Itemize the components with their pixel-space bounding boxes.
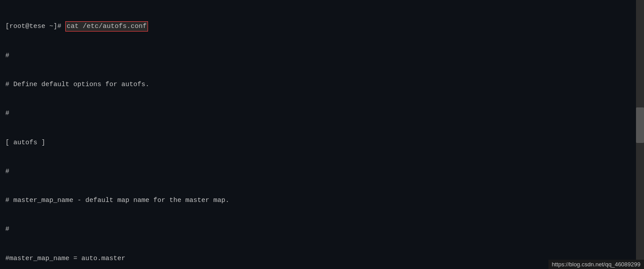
line-7: # — [5, 225, 631, 234]
line-6: # master_map_name - default map name for… — [5, 196, 631, 206]
footer-bar: https://blog.csdn.net/qq_46089299 — [548, 260, 644, 269]
terminal-content: [root@tese ~]# cat /etc/autofs.conf # # … — [0, 0, 636, 269]
prompt-text: [root@tese ~]# — [5, 22, 65, 32]
prompt-line: [root@tese ~]# cat /etc/autofs.conf — [5, 21, 631, 32]
scrollbar-thumb[interactable] — [636, 107, 644, 143]
line-4: [ autofs ] — [5, 138, 631, 148]
terminal-window: [root@tese ~]# cat /etc/autofs.conf # # … — [0, 0, 644, 269]
line-1: # — [5, 51, 631, 61]
line-5: # — [5, 167, 631, 177]
line-3: # — [5, 109, 631, 119]
scrollbar[interactable] — [636, 0, 644, 269]
line-2: # Define default options for autofs. — [5, 80, 631, 90]
command-highlight: cat /etc/autofs.conf — [65, 21, 148, 32]
footer-url[interactable]: https://blog.csdn.net/qq_46089299 — [552, 261, 641, 268]
line-8: #master_map_name = auto.master — [5, 254, 631, 264]
